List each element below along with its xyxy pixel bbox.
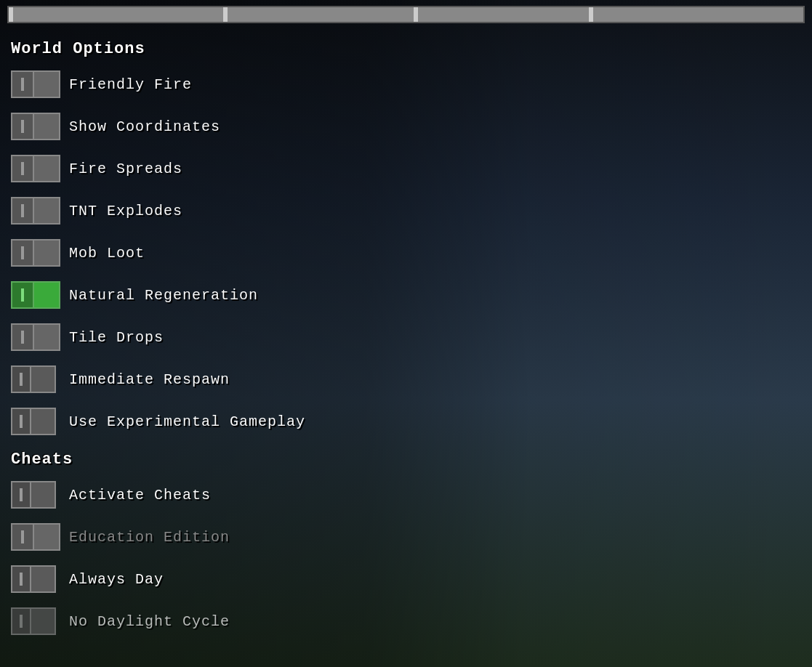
toggle-no-daylight-cycle-right [30, 607, 56, 635]
option-row-no-daylight-cycle: No Daylight Cycle [11, 602, 396, 640]
toggle-show-coordinates-right [33, 113, 60, 140]
toggle-activate-cheats[interactable] [11, 480, 60, 509]
toggle-always-day-left [11, 565, 30, 593]
scrollbar[interactable] [7, 6, 805, 23]
cheats-header: Cheats [11, 450, 396, 469]
label-immediate-respawn: Immediate Respawn [69, 371, 230, 388]
option-row-natural-regeneration: Natural Regeneration [11, 276, 396, 314]
option-row-mob-loot: Mob Loot [11, 234, 396, 272]
toggle-fire-spreads-right [33, 155, 60, 182]
toggle-tnt-explodes-left [11, 197, 33, 225]
scrollbar-thumb [9, 7, 803, 22]
toggle-activate-cheats-right [30, 481, 56, 509]
option-row-immediate-respawn: Immediate Respawn [11, 360, 396, 398]
toggle-no-daylight-cycle-left [11, 607, 30, 635]
toggle-tnt-explodes[interactable] [11, 196, 60, 225]
toggle-fire-spreads-left [11, 155, 33, 182]
option-row-experimental-gameplay: Use Experimental Gameplay [11, 403, 396, 440]
scrollbar-indicator-2 [223, 7, 228, 22]
toggle-education-edition-right [33, 523, 60, 551]
toggle-tnt-explodes-right [33, 197, 60, 225]
label-mob-loot: Mob Loot [69, 245, 145, 262]
label-no-daylight-cycle: No Daylight Cycle [69, 613, 230, 630]
label-show-coordinates: Show Coordinates [69, 118, 220, 135]
scrollbar-indicator-3 [414, 7, 418, 22]
world-options-header: World Options [11, 40, 396, 58]
toggle-experimental-gameplay[interactable] [11, 407, 60, 436]
toggle-always-day-right [30, 565, 56, 593]
toggle-show-coordinates-left [11, 113, 33, 140]
option-row-fire-spreads: Fire Spreads [11, 150, 396, 187]
toggle-friendly-fire-right [33, 70, 60, 98]
toggle-friendly-fire-left [11, 70, 33, 98]
toggle-tile-drops-left [11, 323, 33, 351]
label-tnt-explodes: TNT Explodes [69, 203, 182, 219]
option-row-tile-drops: Tile Drops [11, 318, 396, 356]
toggle-activate-cheats-left [11, 481, 30, 509]
toggle-mob-loot[interactable] [11, 238, 60, 267]
toggle-fire-spreads[interactable] [11, 154, 60, 183]
label-fire-spreads: Fire Spreads [69, 161, 182, 177]
toggle-natural-regeneration[interactable] [11, 280, 60, 310]
toggle-show-coordinates[interactable] [11, 112, 60, 141]
toggle-experimental-gameplay-left [11, 408, 30, 435]
option-row-activate-cheats: Activate Cheats [11, 476, 396, 514]
toggle-immediate-respawn-right [30, 365, 56, 393]
toggle-education-edition-left [11, 523, 33, 551]
label-natural-regeneration: Natural Regeneration [69, 287, 258, 304]
toggle-immediate-respawn-left [11, 365, 30, 393]
toggle-no-daylight-cycle[interactable] [11, 607, 60, 636]
label-friendly-fire: Friendly Fire [69, 76, 192, 93]
toggle-natural-regeneration-right [33, 281, 60, 309]
option-row-education-edition: Education Edition [11, 518, 396, 556]
option-row-tnt-explodes: TNT Explodes [11, 192, 396, 230]
label-education-edition: Education Edition [69, 529, 230, 546]
scrollbar-indicator-1 [9, 7, 13, 22]
toggle-education-edition[interactable] [11, 522, 60, 551]
toggle-immediate-respawn[interactable] [11, 365, 60, 394]
menu-content: World Options Friendly Fire Show Coordin… [0, 33, 407, 652]
toggle-always-day[interactable] [11, 565, 60, 594]
toggle-natural-regeneration-left [11, 281, 33, 309]
option-row-show-coordinates: Show Coordinates [11, 108, 396, 145]
label-experimental-gameplay: Use Experimental Gameplay [69, 413, 305, 430]
label-always-day: Always Day [69, 571, 164, 588]
toggle-mob-loot-right [33, 239, 60, 267]
label-tile-drops: Tile Drops [69, 329, 164, 346]
label-activate-cheats: Activate Cheats [69, 487, 211, 504]
toggle-friendly-fire[interactable] [11, 70, 60, 99]
toggle-experimental-gameplay-right [30, 408, 56, 435]
option-row-friendly-fire: Friendly Fire [11, 65, 396, 103]
scrollbar-indicator-4 [589, 7, 593, 22]
option-row-always-day: Always Day [11, 560, 396, 598]
toggle-tile-drops[interactable] [11, 323, 60, 352]
toggle-mob-loot-left [11, 239, 33, 267]
toggle-tile-drops-right [33, 323, 60, 351]
